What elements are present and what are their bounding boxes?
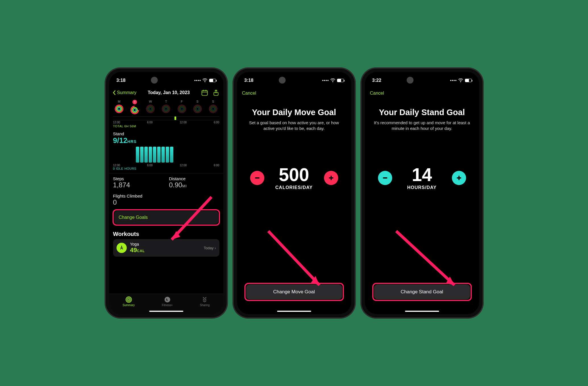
battery-icon [209,79,216,82]
stand-section: Stand 9/12HRS 12:00 6:00 12:00 6:00 0 ID… [109,128,223,171]
goal-value: 500 [279,166,309,184]
home-indicator[interactable] [277,311,311,312]
workout-card[interactable]: Yoga 49CAL Today › [113,239,219,257]
day-cell[interactable]: F [177,100,186,115]
activity-ring-icon [161,104,171,113]
activity-ring-icon [177,104,186,113]
workouts-header: Workouts [109,227,223,239]
svg-point-0 [204,82,205,82]
svg-point-38 [460,82,461,82]
activity-ring-icon [130,105,139,115]
goal-stepper: 500 CALORIES/DAY [250,166,338,190]
now-playing-thumb [151,77,158,84]
tab-fitness-plus[interactable]: Fitness+ [162,296,173,307]
goal-stepper: 14 HOURS/DAY [378,166,466,190]
svg-point-11 [133,109,136,111]
workout-date: Today › [204,246,216,250]
dynamic-island [277,75,311,85]
activity-ring-icon [146,104,155,113]
wifi-icon [458,78,463,82]
timeline-total: TOTAL 6H 56M [113,124,219,128]
svg-point-31 [165,297,170,302]
steps-metric: Steps 1,874 [113,176,163,189]
back-label: Summary [117,90,136,95]
wifi-icon [330,78,335,82]
day-cell[interactable]: W [146,100,155,115]
battery-icon [337,79,344,82]
phone-frame-2: 3:18 Cancel Your Daily Move Goal Set a g… [233,68,355,318]
move-timeline: 12:00 6:00 12:00 6:00 TOTAL 6H 56M [109,116,223,128]
change-stand-goal-button[interactable]: Change Stand Goal [374,285,470,299]
cellular-icon [450,80,456,81]
day-cell-today[interactable]: T [130,100,139,115]
dynamic-island [149,75,183,85]
plus-icon [456,175,462,181]
dynamic-island [405,75,439,85]
activity-ring-icon [193,104,202,113]
increment-button[interactable] [324,171,338,185]
decrement-button[interactable] [378,171,392,185]
share-icon [212,89,220,96]
yoga-icon [117,243,127,253]
cancel-button[interactable]: Cancel [365,87,479,99]
idle-hours: 0 IDLE HOURS [113,167,219,170]
tab-sharing[interactable]: Sharing [200,296,209,307]
svg-point-8 [118,107,120,110]
status-time: 3:18 [117,78,126,83]
svg-point-14 [149,107,152,110]
metrics-row: Steps 1,874 Distance 0.90MI [109,173,223,192]
day-cell[interactable]: T [161,100,171,115]
cellular-icon [194,80,201,81]
home-indicator[interactable] [405,311,439,312]
calendar-icon [201,89,208,96]
change-move-goal-button[interactable]: Change Move Goal [246,285,342,299]
plus-icon [328,175,334,181]
increment-button[interactable] [452,171,466,185]
status-time: 3:18 [244,78,254,83]
phone-frame-1: 3:18 Summary Today, Jan 10, 2023 [105,68,227,318]
day-cell[interactable]: S [209,100,218,115]
chevron-left-icon [113,90,116,95]
svg-rect-1 [202,90,208,95]
cellular-icon [322,80,329,81]
calendar-button[interactable] [201,89,208,96]
svg-point-17 [165,107,167,110]
svg-point-33 [332,82,333,82]
sheet-title: Your Daily Stand Goal [379,108,465,117]
flights-metric: Flights Climbed 0 [109,192,223,207]
screen-3: 3:22 Cancel Your Daily Stand Goal It's r… [365,72,479,314]
svg-point-30 [128,299,130,300]
now-playing-thumb [279,77,286,84]
tab-summary[interactable]: Summary [122,296,135,307]
home-indicator[interactable] [149,311,183,312]
wifi-icon [202,78,207,82]
distance-metric: Distance 0.90MI [169,176,219,189]
now-playing-thumb [407,77,414,84]
annotation-highlight: Change Stand Goal [372,283,472,301]
share-button[interactable] [212,89,220,96]
svg-rect-41 [458,176,460,180]
svg-rect-36 [331,176,332,180]
goal-unit: CALORIES/DAY [275,185,313,190]
day-cell[interactable]: M [115,100,124,115]
minus-icon [382,175,388,181]
back-button[interactable]: Summary [113,90,136,95]
cancel-button[interactable]: Cancel [237,87,351,99]
activity-ring-icon [209,104,218,113]
stand-title: Stand [113,131,219,136]
battery-icon [465,79,472,82]
svg-point-23 [196,107,199,110]
goal-value: 14 [412,166,432,184]
svg-point-29 [127,298,130,302]
change-goals-button[interactable]: Change Goals [114,211,218,224]
decrement-button[interactable] [250,171,264,185]
activity-ring-icon [115,104,124,113]
fitness-plus-icon [164,296,171,303]
svg-rect-34 [255,177,259,179]
status-time: 3:22 [372,78,381,83]
screen-2: 3:18 Cancel Your Daily Move Goal Set a g… [237,72,351,314]
nav-date-title: Today, Jan 10, 2023 [148,90,190,95]
annotation-highlight: Change Goals [113,209,220,226]
sheet-subtitle: It's recommended to get up and move for … [372,120,472,132]
day-cell[interactable]: S [193,100,202,115]
